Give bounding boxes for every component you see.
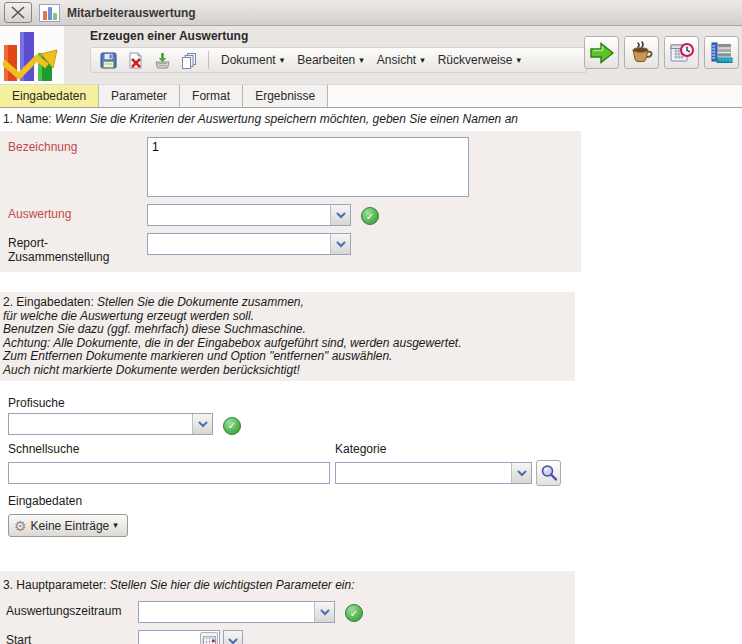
delete-button[interactable]	[124, 49, 146, 71]
menu-bearbeiten[interactable]: Bearbeiten ▾	[293, 51, 368, 69]
chevron-down-icon[interactable]	[192, 414, 212, 434]
menu-dokument[interactable]: Dokument ▾	[217, 51, 288, 69]
calendar-clock-icon	[669, 41, 695, 65]
bar-chart-icon	[39, 4, 60, 22]
start-input[interactable]	[139, 634, 200, 644]
zeitraum-row: Auswertungszeitraum ✓	[0, 601, 575, 623]
valid-check-icon: ✓	[345, 604, 363, 622]
section1-panel: Bezeichnung 1 Auswertung ✓ Report-Zusamm…	[0, 131, 581, 272]
run-arrow-icon	[589, 41, 615, 65]
start-dropdown-button[interactable]	[223, 630, 243, 644]
section2-hint-line-5: Auch nicht markierte Dokumente werden be…	[3, 364, 572, 378]
save-icon	[100, 52, 117, 69]
section2-form: Profisuche ✓ Schnellsuche Kategorie	[0, 389, 575, 543]
auswertung-value	[148, 205, 330, 225]
section2-heading-line: 2. Eingabedaten: Stellen Sie die Dokumen…	[3, 296, 572, 310]
kategorie-label: Kategorie	[335, 442, 386, 456]
magnifier-icon	[540, 464, 558, 482]
tab-parameter[interactable]: Parameter	[99, 85, 180, 107]
tab-eingabedaten[interactable]: Eingabedaten	[0, 85, 99, 107]
schnellsuche-input[interactable]	[8, 462, 330, 484]
calendar-icon	[203, 635, 216, 644]
window-title: Mitarbeiterauswertung	[67, 6, 196, 20]
profisuche-value	[9, 414, 192, 434]
eingabedaten-label: Eingabedaten	[0, 492, 575, 511]
search-button[interactable]	[536, 460, 561, 486]
section1-prefix: 1. Name:	[3, 112, 52, 126]
section3-heading: 3. Hauptparameter: Stellen Sie hier die …	[0, 575, 575, 594]
profisuche-row: ✓	[0, 413, 575, 435]
start-label: Start	[0, 630, 138, 644]
tabbar: Eingabedaten Parameter Format Ergebnisse	[0, 85, 742, 108]
report-label: Report-Zusammenstellung	[0, 233, 147, 264]
auswertung-row: Auswertung ✓	[0, 204, 581, 226]
schnellsuche-label: Schnellsuche	[8, 442, 335, 456]
bar-blue	[48, 7, 52, 20]
chevron-down-icon[interactable]	[330, 205, 350, 225]
valid-check-icon: ✓	[361, 207, 379, 225]
chevron-down-icon[interactable]	[314, 602, 334, 622]
kategorie-value	[336, 463, 511, 483]
content: 1. Name: Wenn Sie die Kriterien der Ausw…	[0, 108, 742, 644]
chevron-down-icon[interactable]	[511, 463, 531, 483]
no-entries-label: Keine Einträge	[31, 519, 110, 533]
start-calendar-button[interactable]	[200, 632, 218, 644]
section2-prefix: 2. Eingabedaten:	[3, 295, 94, 309]
chevron-down-icon: ▾	[113, 521, 118, 530]
import-button[interactable]	[151, 49, 173, 71]
section2-hint-line-1: für welche die Auswertung erzeugt werden…	[3, 310, 572, 324]
app-logo-icon	[0, 26, 64, 84]
run-button[interactable]	[584, 36, 619, 69]
chevron-down-icon: ▾	[516, 56, 521, 65]
menu-dokument-label: Dokument	[221, 53, 276, 67]
section2-hint-line-0: Stellen Sie die Dokumente zusammen,	[97, 295, 304, 309]
delete-icon	[127, 52, 144, 69]
valid-check-icon: ✓	[223, 417, 241, 435]
report-button[interactable]	[704, 36, 739, 69]
zeitraum-combobox[interactable]	[138, 601, 335, 623]
chevron-down-icon: ▾	[420, 56, 425, 65]
search-labels-row: Schnellsuche Kategorie	[0, 442, 575, 456]
header-actions	[584, 36, 739, 69]
report-row: Report-Zusammenstellung	[0, 233, 581, 264]
chevron-down-icon	[228, 638, 238, 644]
report-list-icon	[709, 41, 735, 65]
profisuche-label: Profisuche	[0, 394, 575, 413]
section3-panel: 3. Hauptparameter: Stellen Sie hier die …	[0, 571, 575, 644]
zeitraum-value	[139, 602, 314, 622]
section2-hint-line-3: Achtung: Alle Dokumente, die in der Eing…	[3, 337, 572, 351]
bezeichnung-row: Bezeichnung 1	[0, 137, 581, 197]
section2-hint-line-4: Zum Entfernen Dokumente markieren und Op…	[3, 350, 572, 364]
auswertung-combobox[interactable]	[147, 204, 351, 226]
save-button[interactable]	[97, 49, 119, 71]
menu-bearbeiten-label: Bearbeiten	[297, 53, 355, 67]
coffee-cup-icon	[629, 41, 655, 65]
chevron-down-icon[interactable]	[330, 234, 350, 254]
search-fields-row	[0, 460, 575, 486]
tab-ergebnisse[interactable]: Ergebnisse	[243, 85, 328, 107]
gear-icon: ⚙	[14, 519, 27, 533]
tab-format[interactable]: Format	[180, 85, 243, 107]
window-titlebar: Mitarbeiterauswertung	[0, 0, 742, 26]
schedule-button[interactable]	[664, 36, 699, 69]
menu-rueckverweise[interactable]: Rückverweise ▾	[434, 51, 525, 69]
close-button[interactable]	[4, 2, 32, 23]
profisuche-combobox[interactable]	[8, 413, 213, 435]
bezeichnung-textarea[interactable]: 1	[147, 137, 469, 197]
copy-button[interactable]	[178, 49, 200, 71]
coffee-button[interactable]	[624, 36, 659, 69]
no-entries-dropdown-button[interactable]: ⚙ Keine Einträge ▾	[8, 514, 128, 537]
section3-hint: Stellen Sie hier die wichtigsten Paramet…	[110, 578, 355, 592]
section1-hint: Wenn Sie die Kriterien der Auswertung sp…	[55, 112, 518, 126]
import-icon	[154, 52, 171, 69]
report-combobox[interactable]	[147, 233, 351, 255]
menu-ansicht[interactable]: Ansicht ▾	[373, 51, 429, 69]
section1-heading: 1. Name: Wenn Sie die Kriterien der Ausw…	[0, 108, 742, 129]
zeitraum-label: Auswertungszeitraum	[0, 601, 138, 618]
chevron-down-icon: ▾	[359, 56, 364, 65]
menu-rueckverweise-label: Rückverweise	[438, 53, 513, 67]
section2-hint-line-2: Benutzen Sie dazu (ggf. mehrfach) diese …	[3, 323, 572, 337]
bar-red	[43, 11, 47, 20]
close-icon	[10, 6, 26, 19]
kategorie-combobox[interactable]	[335, 462, 532, 484]
